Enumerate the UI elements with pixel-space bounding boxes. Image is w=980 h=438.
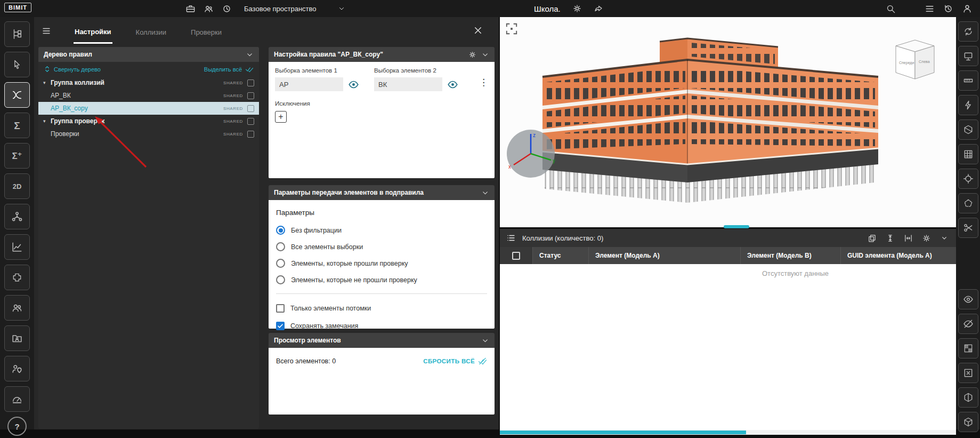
radio-button[interactable] [276, 242, 285, 251]
radio-passed-elements[interactable]: Элементы, которые прошли проверку [276, 255, 487, 272]
transparency-button[interactable] [958, 338, 978, 359]
checkbox-keep-remarks[interactable]: Сохранять замечания [276, 317, 487, 335]
gear-icon[interactable] [468, 51, 476, 59]
profile-icon[interactable] [962, 3, 973, 14]
dashboard-button[interactable] [4, 386, 30, 412]
tree-item-collision-group[interactable]: ▾ Группа коллизий SHARED [38, 76, 259, 89]
scheme-button[interactable] [4, 204, 30, 229]
region-select-button[interactable] [958, 193, 978, 213]
collisions-menu-icon[interactable] [506, 233, 516, 243]
horizontal-scrollbar[interactable] [500, 430, 956, 435]
tab-checks[interactable]: Проверки [190, 19, 223, 43]
clash-lightning-button[interactable] [958, 95, 978, 115]
remove-selection-button[interactable] [958, 363, 978, 383]
focus-button[interactable] [958, 169, 978, 189]
sum-button[interactable]: Σ [4, 113, 30, 138]
column-header-element-b[interactable]: Элемент (Модель B) [741, 247, 841, 264]
rule-settings-header[interactable]: Настройка правила "АР_ВК_copy" [269, 47, 495, 62]
tree-item-check-group[interactable]: ▾ Группа проверок SHARED [38, 115, 259, 128]
viewport-3d[interactable]: z x y Спереди Слева [500, 17, 956, 227]
radio-button[interactable] [276, 259, 285, 268]
close-icon[interactable] [473, 26, 483, 35]
radio-button[interactable] [276, 226, 285, 235]
tree-item-checkbox[interactable] [247, 92, 254, 99]
section-cube-button[interactable] [958, 120, 978, 140]
team-icon[interactable] [204, 4, 214, 14]
radio-failed-elements[interactable]: Элементы, которые не прошли проверку [276, 272, 487, 288]
panel-resize-handle[interactable] [724, 225, 749, 228]
tree-item-checkbox[interactable] [247, 79, 254, 86]
history-icon[interactable] [943, 4, 953, 14]
radio-no-filter[interactable]: Без фильтрации [276, 222, 487, 238]
search-icon[interactable] [886, 4, 896, 14]
radio-button[interactable] [276, 275, 285, 284]
clash-detection-button[interactable] [4, 82, 30, 108]
rule-tree-header[interactable]: Дерево правил [38, 47, 259, 62]
model-tree-button[interactable] [4, 21, 30, 47]
tree-item-checks[interactable]: Проверки SHARED [38, 128, 259, 140]
selection-1-input[interactable] [275, 77, 343, 91]
shared-folder-button[interactable] [4, 325, 30, 351]
help-button[interactable]: ? [7, 417, 27, 436]
reset-all-link[interactable]: СБРОСИТЬ ВСЁ [423, 357, 487, 365]
fullscreen-icon[interactable] [504, 21, 519, 36]
workspace-select[interactable]: Базовое пространство [244, 0, 345, 17]
panel-menu-icon[interactable] [42, 26, 51, 36]
column-header-status[interactable]: Статус [533, 247, 589, 264]
2d-view-button[interactable]: 2D [4, 173, 30, 199]
distribute-columns-icon[interactable] [904, 234, 913, 243]
chevron-down-icon[interactable] [940, 234, 949, 242]
selection-2-input[interactable] [374, 77, 442, 91]
grid-button[interactable] [958, 144, 978, 164]
column-header-element-a[interactable]: Элемент (Модель A) [589, 247, 741, 264]
sync-icon[interactable] [222, 4, 232, 14]
plugins-button[interactable] [4, 265, 30, 290]
cube-view-button[interactable] [958, 412, 978, 432]
transfer-params-header[interactable]: Параметры передачи элементов в подправил… [269, 185, 495, 200]
checkbox-descendants-only[interactable]: Только элементы потомки [276, 299, 487, 317]
select-all-checkbox[interactable] [512, 252, 520, 260]
collapse-tree-link[interactable]: Свернуть дерево [54, 66, 101, 73]
gear-icon[interactable] [572, 4, 582, 13]
users-button[interactable] [4, 295, 30, 321]
scrollbar-thumb[interactable] [500, 431, 746, 434]
eye-icon[interactable] [446, 78, 459, 91]
gear-icon[interactable] [922, 234, 931, 243]
radio-all-elements[interactable]: Все элементы выборки [276, 238, 487, 255]
list-icon[interactable] [925, 4, 935, 14]
fit-height-icon[interactable] [886, 234, 895, 243]
tree-item-ar-vk-copy[interactable]: АР_ВК_copy SHARED [38, 102, 259, 115]
select-cursor-button[interactable] [4, 52, 30, 77]
toolbox-icon[interactable] [185, 4, 196, 14]
elements-view-header[interactable]: Просмотр элементов [269, 333, 495, 348]
hide-elements-button[interactable] [958, 314, 978, 334]
tab-settings[interactable]: Настройки [74, 19, 112, 44]
show-elements-button[interactable] [958, 289, 978, 309]
tree-item-checkbox[interactable] [247, 131, 254, 138]
eye-icon[interactable] [347, 78, 360, 91]
more-options-icon[interactable]: ⋮ [479, 67, 488, 87]
column-header-guid-a[interactable]: GUID элемента (Модель A) [841, 247, 956, 264]
tree-item-checkbox[interactable] [247, 105, 254, 112]
share-icon[interactable] [594, 4, 603, 13]
section-fill-button[interactable] [958, 387, 978, 408]
building-model[interactable] [500, 17, 956, 227]
orbit-button[interactable] [958, 21, 978, 42]
tree-item-checkbox[interactable] [247, 118, 254, 125]
add-exclusion-button[interactable]: + [275, 111, 287, 123]
checkbox[interactable] [276, 304, 285, 313]
sum-add-button[interactable]: Σ⁺ [4, 143, 30, 169]
axis-gizmo[interactable]: z x y [503, 126, 558, 181]
tree-item-ar-vk[interactable]: АР_ВК SHARED [38, 89, 259, 102]
checkbox[interactable] [276, 322, 285, 330]
tab-collisions[interactable]: Коллизии [135, 19, 167, 43]
user-location-button[interactable] [4, 356, 30, 381]
copy-icon[interactable] [868, 234, 877, 243]
caret-down-icon[interactable]: ▾ [43, 80, 51, 85]
caret-down-icon[interactable]: ▾ [43, 118, 51, 124]
graph-button[interactable] [4, 234, 30, 260]
navigation-cube[interactable]: Спереди Слева [892, 35, 938, 82]
cut-plane-button[interactable] [958, 218, 978, 238]
select-all-link[interactable]: Выделить всё [204, 66, 242, 73]
fit-view-button[interactable] [958, 46, 978, 66]
